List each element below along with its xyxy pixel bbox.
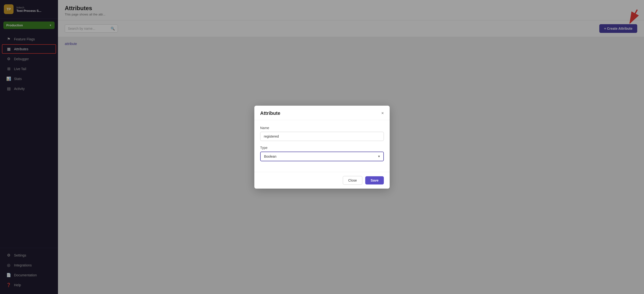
save-button[interactable]: Save (365, 176, 384, 184)
type-form-group: Type Boolean String Number Integer ▼ (260, 146, 384, 161)
attribute-modal: Attribute × Name Type Boolean String Num… (254, 106, 390, 189)
type-select[interactable]: Boolean String Number Integer (260, 152, 384, 161)
modal-footer: Close Save (254, 172, 390, 189)
close-button[interactable]: Close (343, 176, 362, 185)
modal-title: Attribute (260, 111, 280, 116)
modal-header: Attribute × (254, 106, 390, 120)
name-label: Name (260, 126, 384, 130)
modal-body: Name Type Boolean String Number Integer … (254, 120, 390, 172)
modal-close-button[interactable]: × (381, 111, 384, 115)
name-input[interactable] (260, 132, 384, 141)
type-label: Type (260, 146, 384, 150)
name-form-group: Name (260, 126, 384, 141)
modal-overlay: Attribute × Name Type Boolean String Num… (0, 0, 644, 294)
type-select-wrapper: Boolean String Number Integer ▼ (260, 152, 384, 161)
